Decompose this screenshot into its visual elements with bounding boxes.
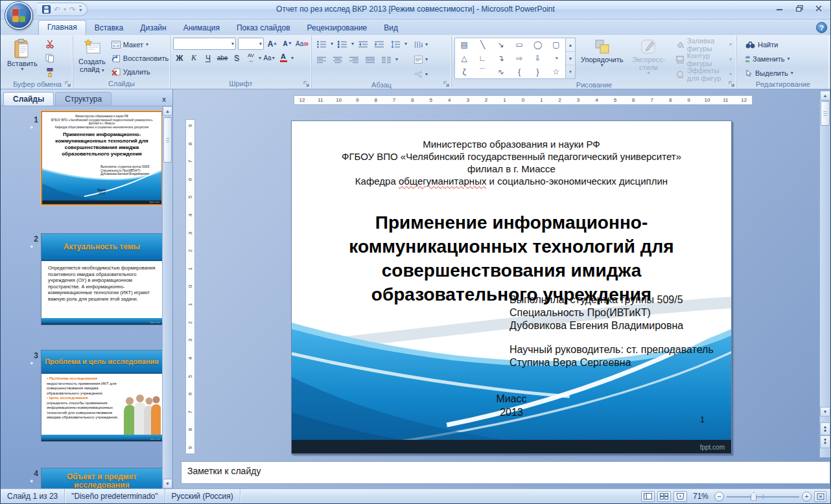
cut-icon[interactable]	[43, 38, 57, 51]
shape-fill-button[interactable]: Заливка фигуры▾	[674, 38, 734, 51]
copy-icon[interactable]	[43, 52, 57, 65]
slideshow-view-button[interactable]	[673, 491, 687, 502]
change-case-button[interactable]: Aa▾	[263, 52, 275, 64]
slide-2-animation-icon[interactable]: ✦	[29, 244, 34, 250]
tab-outline[interactable]: Структура	[55, 92, 111, 106]
status-language[interactable]: Русский (Россия)	[165, 489, 240, 503]
shape-icon[interactable]: ╲	[480, 41, 485, 49]
reset-button[interactable]: Восстановить	[110, 51, 170, 65]
align-center-icon[interactable]	[331, 53, 345, 66]
panel-scroll-down-icon[interactable]: ▼	[163, 479, 172, 488]
shape-icon[interactable]: ⇨	[516, 54, 522, 62]
slide-canvas[interactable]: Министерство образования и науки РФ ФГБО…	[291, 120, 732, 454]
tab-design[interactable]: Дизайн	[132, 21, 174, 35]
tab-slideshow[interactable]: Показ слайдов	[228, 21, 299, 35]
replace-button[interactable]: abac Заменить▾	[743, 52, 826, 65]
delete-slide-button[interactable]: Удалить	[110, 65, 170, 78]
shape-icon[interactable]: ▤	[460, 41, 467, 49]
slide-thumbnail-1[interactable]: Министерство образования и науки РФ ФГБО…	[41, 111, 163, 205]
text-direction-icon[interactable]: ▾	[412, 38, 430, 51]
align-left-icon[interactable]	[314, 53, 329, 66]
office-button[interactable]	[5, 2, 32, 29]
select-button[interactable]: Выделить▾	[743, 66, 826, 80]
horizontal-ruler[interactable]: 1211109876543210123456789101112	[294, 95, 753, 105]
strikethrough-button[interactable]: abe	[216, 52, 229, 64]
tab-home[interactable]: Главная	[38, 20, 86, 35]
gallery-up-icon[interactable]: ▲	[566, 38, 575, 52]
fit-to-window-button[interactable]	[814, 491, 826, 502]
editor-scroll-up-icon[interactable]: ▲	[820, 91, 830, 100]
shape-icon[interactable]: ↘	[498, 41, 504, 49]
shape-icon[interactable]: ◯	[533, 41, 542, 49]
shape-icon[interactable]: ⌒	[478, 68, 486, 76]
bold-button[interactable]: Ж	[173, 52, 186, 64]
justify-icon[interactable]	[363, 53, 377, 66]
character-spacing-button[interactable]: AV↔	[244, 52, 257, 64]
shape-icon[interactable]: ⇩	[534, 54, 541, 62]
tab-view[interactable]: Вид	[375, 21, 406, 35]
new-slide-button[interactable]: Создатьслайд ▾	[76, 38, 108, 78]
bullets-caret-icon[interactable]: ▾	[331, 42, 333, 46]
increase-indent-icon[interactable]	[372, 38, 386, 51]
tab-slides-thumbnails[interactable]: Слайды	[3, 92, 54, 106]
editor-scrollbar[interactable]: ▲ ▼ ▲▲ ▼▼	[819, 91, 830, 457]
font-color-button[interactable]: А	[277, 52, 290, 64]
panel-scroll-up-icon[interactable]: ▲	[163, 106, 172, 116]
align-right-icon[interactable]	[347, 53, 361, 66]
font-dialog-launcher-icon[interactable]	[303, 81, 310, 87]
clear-formatting-button[interactable]: Аа	[296, 38, 309, 50]
redo-icon[interactable]: ↷	[69, 5, 76, 14]
shape-icon[interactable]: ▭	[515, 41, 522, 49]
numbering-icon[interactable]	[335, 38, 349, 51]
font-size-combo[interactable]: ▾	[238, 38, 264, 50]
normal-view-button[interactable]	[641, 491, 655, 502]
status-slide-info[interactable]: Слайд 1 из 23	[1, 489, 65, 503]
help-button[interactable]: ?	[816, 22, 827, 33]
drawing-dialog-launcher-icon[interactable]	[729, 81, 735, 87]
text-shadow-button[interactable]: S	[230, 52, 243, 64]
status-theme-name[interactable]: "Diseño predeterminado"	[65, 489, 165, 503]
columns-caret-icon[interactable]: ▾	[395, 58, 398, 62]
slide-header-text[interactable]: Министерство образования и науки РФ ФГБО…	[292, 138, 731, 187]
layout-button[interactable]: Макет▾	[110, 38, 170, 51]
slide-thumbnail-2[interactable]: Актуальность темы Определяется необходим…	[41, 233, 163, 325]
find-button[interactable]: Найти	[743, 38, 826, 51]
slide-thumbnail-4[interactable]: Объект и предмет исследования	[41, 468, 163, 488]
character-spacing-caret-icon[interactable]: ▾	[259, 56, 261, 60]
shape-outline-button[interactable]: Контур фигуры▾	[674, 52, 734, 66]
tab-insert[interactable]: Вставка	[86, 21, 132, 35]
editor-scroll-thumb[interactable]	[821, 101, 830, 126]
undo-icon[interactable]: ↶	[54, 5, 60, 14]
shape-icon[interactable]: ◔	[554, 54, 558, 62]
paste-button[interactable]: Вставить ▾	[5, 38, 40, 79]
zoom-level[interactable]: 71%	[690, 492, 712, 501]
notes-pane[interactable]: Заметки к слайду	[181, 461, 830, 484]
gallery-more-icon[interactable]: ▾	[566, 65, 575, 78]
slide-sorter-view-button[interactable]	[657, 491, 671, 502]
underline-button[interactable]: Ч	[202, 52, 215, 64]
qat-customize-icon[interactable]: ▾	[79, 6, 82, 13]
editor-scroll-down-icon[interactable]: ▼	[820, 407, 830, 417]
convert-smartart-icon[interactable]: ▾	[412, 67, 430, 81]
shape-icon[interactable]: }	[536, 68, 539, 76]
panel-close-icon[interactable]: x	[158, 94, 170, 106]
italic-button[interactable]: К	[187, 52, 200, 64]
save-icon[interactable]	[42, 5, 51, 14]
restore-button[interactable]	[791, 3, 807, 13]
slide-1-animation-icon[interactable]: ✦	[29, 124, 34, 131]
zoom-in-button[interactable]: +	[802, 492, 812, 501]
slide-place-text[interactable]: Миасс2013	[292, 392, 731, 419]
line-spacing-icon[interactable]	[388, 38, 403, 51]
shape-icon[interactable]: ☆	[552, 68, 559, 76]
grow-font-button[interactable]: А	[266, 38, 279, 50]
vertical-ruler[interactable]: 9876543210123456789	[185, 119, 195, 454]
clipboard-dialog-launcher-icon[interactable]	[65, 81, 71, 87]
zoom-slider-thumb[interactable]	[751, 492, 756, 501]
shape-icon[interactable]: ▢	[552, 41, 559, 49]
panel-scroll-thumb[interactable]	[163, 117, 172, 163]
undo-caret-icon[interactable]: ▾	[64, 6, 66, 12]
slide-credits-text[interactable]: Выполнила: студентка группы 509/5 Специа…	[509, 293, 714, 369]
minimize-button[interactable]	[772, 3, 788, 13]
close-button[interactable]	[811, 3, 826, 13]
arrange-button[interactable]: Упорядочить ▾	[578, 38, 626, 81]
